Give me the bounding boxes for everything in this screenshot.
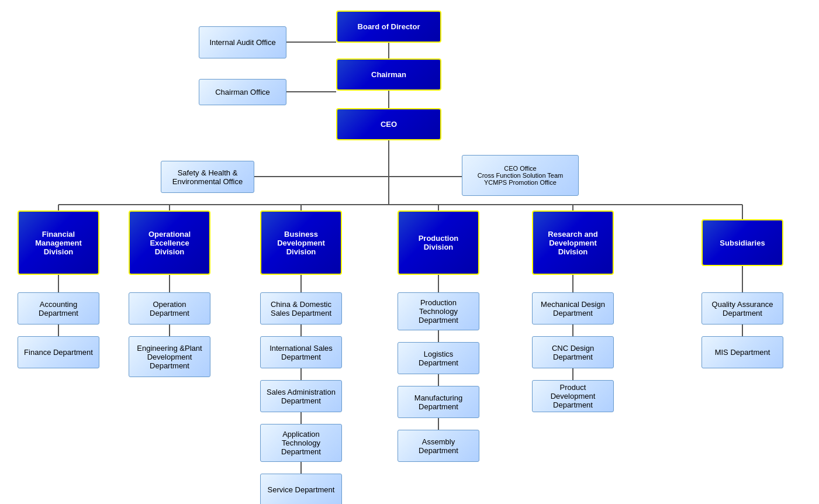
ceo-office-label: CEO Office Cross Function Solution Team … <box>478 165 564 186</box>
prod-tech-label: Production Technology Department <box>404 298 473 325</box>
finance-dept-label: Finance Department <box>24 348 93 357</box>
cnc-design-box: CNC Design Department <box>532 336 614 368</box>
mech-design-box: Mechanical Design Department <box>532 292 614 325</box>
chairman-box: Chairman <box>336 58 441 91</box>
service-label: Service Department <box>268 485 335 494</box>
internal-audit-box: Internal Audit Office <box>199 26 286 58</box>
engineering-box: Engineering &Plant Development Departmen… <box>129 336 210 377</box>
internal-audit-label: Internal Audit Office <box>209 38 275 47</box>
chairman-office-box: Chairman Office <box>199 79 286 105</box>
manufacturing-label: Manufacturing Department <box>404 393 473 411</box>
product-dev-label: Product Development Department <box>538 383 607 409</box>
financial-division-label: Financial Management Division <box>25 230 92 256</box>
assembly-box: Assembly Department <box>398 430 479 462</box>
accounting-label: Accounting Department <box>24 300 93 317</box>
china-sales-box: China & Domestic Sales Department <box>260 292 342 325</box>
subsidiaries-box: Subsidiaries <box>701 219 783 266</box>
chairman-label: Chairman <box>371 70 406 79</box>
production-division-label: Production Division <box>405 234 472 251</box>
finance-dept-box: Finance Department <box>18 336 99 368</box>
app-tech-label: Application Technology Department <box>267 430 336 456</box>
operation-label: Operation Department <box>135 300 204 317</box>
org-chart: Board of Director Chairman CEO Internal … <box>0 0 819 504</box>
qa-dept-label: Quality Assurance Department <box>708 300 777 317</box>
mis-dept-box: MIS Department <box>701 336 783 368</box>
rd-division-box: Research and Development Division <box>532 210 614 275</box>
manufacturing-box: Manufacturing Department <box>398 386 479 418</box>
board-label: Board of Director <box>358 22 420 31</box>
rd-division-label: Research and Development Division <box>539 230 607 256</box>
chairman-office-label: Chairman Office <box>215 88 270 96</box>
operation-box: Operation Department <box>129 292 210 325</box>
engineering-label: Engineering &Plant Development Departmen… <box>135 344 204 370</box>
operational-division-box: Operational Excellence Division <box>129 210 210 275</box>
product-dev-box: Product Development Department <box>532 380 614 412</box>
subsidiaries-label: Subsidiaries <box>720 239 765 247</box>
safety-box: Safety & Health & Environmental Office <box>161 161 254 193</box>
board-box: Board of Director <box>336 11 441 43</box>
safety-label: Safety & Health & Environmental Office <box>167 168 248 186</box>
accounting-box: Accounting Department <box>18 292 99 325</box>
logistics-label: Logistics Department <box>404 350 473 367</box>
assembly-label: Assembly Department <box>404 437 473 455</box>
app-tech-box: Application Technology Department <box>260 424 342 462</box>
ceo-label: CEO <box>381 120 397 129</box>
production-division-box: Production Division <box>398 210 479 275</box>
qa-dept-box: Quality Assurance Department <box>701 292 783 325</box>
operational-division-label: Operational Excellence Division <box>136 230 203 256</box>
china-sales-label: China & Domestic Sales Department <box>267 300 336 317</box>
sales-admin-box: Sales Administration Department <box>260 380 342 412</box>
service-box: Service Department <box>260 474 342 504</box>
intl-sales-label: International Sales Department <box>267 344 336 361</box>
ceo-box: CEO <box>336 108 441 140</box>
mech-design-label: Mechanical Design Department <box>538 300 607 317</box>
business-division-box: Business Development Division <box>260 210 342 275</box>
business-division-label: Business Development Division <box>267 230 335 256</box>
ceo-office-box: CEO Office Cross Function Solution Team … <box>462 155 579 196</box>
logistics-box: Logistics Department <box>398 342 479 374</box>
financial-division-box: Financial Management Division <box>18 210 99 275</box>
cnc-design-label: CNC Design Department <box>538 344 607 361</box>
sales-admin-label: Sales Administration Department <box>267 388 336 405</box>
mis-dept-label: MIS Department <box>715 348 770 357</box>
intl-sales-box: International Sales Department <box>260 336 342 368</box>
prod-tech-box: Production Technology Department <box>398 292 479 330</box>
